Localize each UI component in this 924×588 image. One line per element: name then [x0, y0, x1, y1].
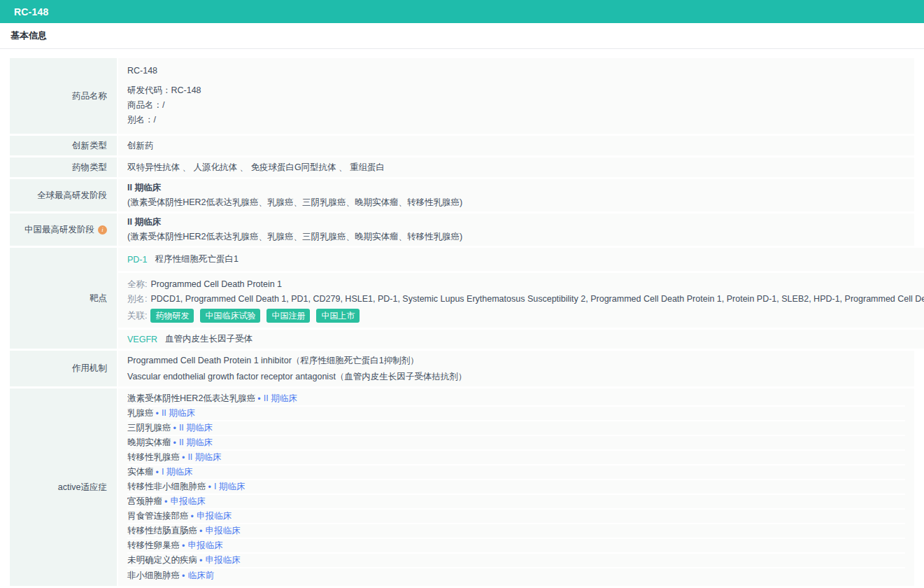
bullet-separator: •: [156, 409, 159, 419]
badge-china-launch[interactable]: 中国上市: [316, 309, 360, 323]
indication-item: 非小细胞肺癌•临床前: [127, 568, 905, 583]
indication-phase-link[interactable]: 申报临床: [205, 525, 240, 537]
mechanism-line-1: Programmed Cell Death Protein 1 inhibito…: [127, 353, 905, 369]
trade-name-line: 商品名：/: [127, 98, 905, 113]
bullet-separator: •: [156, 468, 159, 477]
target-fullname-line: 全称:Programmed Cell Death Protein 1: [127, 277, 924, 292]
page-title: RC-148: [14, 6, 48, 18]
badge-china-registration[interactable]: 中国注册: [266, 309, 310, 323]
indication-phase-link[interactable]: 申报临床: [187, 540, 222, 552]
info-icon[interactable]: i: [98, 225, 107, 234]
indication-phase-link[interactable]: I 期临床: [162, 466, 192, 478]
indication-phase-link[interactable]: 临床前: [187, 570, 214, 582]
alias-value: /: [154, 115, 156, 125]
indication-phase-link[interactable]: II 期临床: [187, 451, 221, 463]
global-phase-indications: (激素受体阴性HER2低表达乳腺癌、乳腺癌、三阴乳腺癌、晚期实体瘤、转移性乳腺癌…: [127, 195, 905, 210]
drug-primary-name: RC-148: [127, 64, 905, 77]
indication-item: 转移性乳腺癌•II 期临床: [127, 451, 905, 465]
indication-name: 晚期实体瘤: [127, 437, 171, 449]
trade-name-value: /: [162, 100, 164, 110]
row-drug-type: 药物类型 双特异性抗体 、 人源化抗体 、 免疫球蛋白G同型抗体 、 重组蛋白: [10, 158, 914, 177]
bullet-separator: •: [257, 394, 260, 404]
badge-drug-rd[interactable]: 药物研发: [150, 309, 194, 323]
dev-code-value: RC-148: [171, 85, 201, 95]
indication-name: 乳腺癌: [127, 407, 154, 419]
drug-name-value: RC-148 研发代码：RC-148 商品名：/ 别名：/: [118, 58, 914, 134]
china-phase-stage: II 期临床: [127, 215, 905, 230]
trade-name-key: 商品名：: [127, 100, 162, 110]
row-china-phase: 中国最高研发阶段 i II 期临床 (激素受体阴性HER2低表达乳腺癌、乳腺癌、…: [10, 214, 914, 246]
indication-name: 未明确定义的疾病: [127, 554, 197, 566]
mechanism-label: 作用机制: [10, 351, 117, 386]
indication-name: 转移性卵巢癌: [127, 540, 180, 552]
bullet-separator: •: [182, 541, 185, 551]
indication-phase-link[interactable]: II 期临床: [179, 422, 213, 434]
indication-phase-link[interactable]: II 期临床: [179, 437, 213, 449]
china-phase-indications: (激素受体阴性HER2低表达乳腺癌、乳腺癌、三阴乳腺癌、晚期实体瘤、转移性乳腺癌…: [127, 230, 905, 244]
bullet-separator: •: [208, 482, 211, 492]
target-alias-key: 别名:: [127, 294, 147, 304]
bullet-separator: •: [199, 556, 202, 566]
target-alias-value: PDCD1, Programmed Cell Death 1, PD1, CD2…: [150, 294, 924, 304]
bullet-separator: •: [182, 571, 185, 581]
indication-phase-link[interactable]: II 期临床: [162, 407, 195, 419]
dev-code-line: 研发代码：RC-148: [127, 83, 905, 98]
innovation-type-value: 创新药: [118, 136, 914, 155]
target-vegfr-link[interactable]: VEGFR: [127, 335, 157, 344]
row-drug-name: 药品名称 RC-148 研发代码：RC-148 商品名：/ 别名：/: [10, 58, 914, 134]
indication-name: 宫颈肿瘤: [127, 496, 162, 507]
indication-phase-link[interactable]: 申报临床: [170, 496, 205, 507]
china-phase-value: II 期临床 (激素受体阴性HER2低表达乳腺癌、乳腺癌、三阴乳腺癌、晚期实体瘤…: [118, 214, 914, 246]
page-header: RC-148: [0, 0, 924, 23]
drug-name-label: 药品名称: [10, 58, 117, 134]
indication-item: 激素受体阴性HER2低表达乳腺癌•II 期临床: [127, 392, 905, 407]
target-vegfr-name: 血管内皮生长因子受体: [165, 333, 253, 345]
target-links-line: 关联: 药物研发 中国临床试验 中国注册 中国上市: [127, 309, 924, 323]
target-alias-line: 别名:PDCD1, Programmed Cell Death 1, PD1, …: [127, 292, 924, 307]
drug-type-label: 药物类型: [10, 158, 117, 177]
bullet-separator: •: [191, 512, 194, 522]
indications-label: active适应症: [10, 388, 117, 586]
alias-key: 别名：: [127, 115, 154, 125]
row-mechanism: 作用机制 Programmed Cell Death Protein 1 inh…: [10, 351, 914, 386]
indication-phase-link[interactable]: I 期临床: [214, 481, 245, 493]
target-pd1-link[interactable]: PD-1: [127, 255, 147, 265]
indication-name: 三阴乳腺癌: [127, 422, 171, 434]
dev-code-key: 研发代码：: [127, 85, 171, 95]
basic-info-table: 药品名称 RC-148 研发代码：RC-148 商品名：/ 别名：/ 创新类型 …: [0, 49, 924, 586]
indications-value: 激素受体阴性HER2低表达乳腺癌•II 期临床 乳腺癌•II 期临床 三阴乳腺癌…: [118, 388, 914, 586]
indication-name: 非小细胞肺癌: [127, 570, 180, 582]
bullet-separator: •: [199, 526, 202, 536]
target-secondary-header: VEGFR 血管内皮生长因子受体: [118, 330, 924, 349]
indication-item: 三阴乳腺癌•II 期临床: [127, 421, 905, 436]
bullet-separator: •: [182, 453, 185, 463]
global-phase-stage: II 期临床: [127, 181, 905, 195]
bullet-separator: •: [164, 497, 167, 507]
indication-phase-link[interactable]: II 期临床: [264, 393, 297, 405]
drug-type-value: 双特异性抗体 、 人源化抗体 、 免疫球蛋白G同型抗体 、 重组蛋白: [118, 158, 914, 177]
row-innovation-type: 创新类型 创新药: [10, 136, 914, 155]
alias-line: 别名：/: [127, 113, 905, 127]
section-title: 基本信息: [10, 29, 47, 42]
mechanism-value: Programmed Cell Death Protein 1 inhibito…: [118, 351, 914, 386]
indication-name: 转移性乳腺癌: [127, 451, 180, 463]
mechanism-line-2: Vascular endothelial growth factor recep…: [127, 369, 905, 385]
section-bar: 基本信息: [0, 23, 924, 49]
global-phase-label: 全球最高研发阶段: [10, 179, 117, 211]
target-label: 靶点: [10, 248, 117, 349]
global-phase-value: II 期临床 (激素受体阴性HER2低表达乳腺癌、乳腺癌、三阴乳腺癌、晚期实体瘤…: [118, 179, 914, 211]
indication-name: 实体瘤: [127, 466, 154, 478]
indication-item: 胃食管连接部癌•申报临床: [127, 510, 905, 524]
indication-phase-link[interactable]: 申报临床: [205, 554, 240, 566]
row-indications: active适应症 激素受体阴性HER2低表达乳腺癌•II 期临床 乳腺癌•II…: [10, 388, 914, 586]
indication-item: 实体瘤•I 期临床: [127, 465, 905, 480]
china-phase-label: 中国最高研发阶段 i: [10, 214, 117, 246]
indication-phase-link[interactable]: 申报临床: [197, 510, 232, 522]
indication-name: 激素受体阴性HER2低表达乳腺癌: [127, 393, 255, 405]
indication-name: 转移性非小细胞肺癌: [127, 481, 206, 493]
indication-name: 胃食管连接部癌: [127, 510, 189, 522]
target-pd1-name: 程序性细胞死亡蛋白1: [155, 253, 238, 265]
badge-china-clinical-trial[interactable]: 中国临床试验: [200, 309, 260, 323]
fullname-value: Programmed Cell Death Protein 1: [150, 279, 282, 289]
indication-item: 转移性卵巢癌•申报临床: [127, 539, 905, 554]
